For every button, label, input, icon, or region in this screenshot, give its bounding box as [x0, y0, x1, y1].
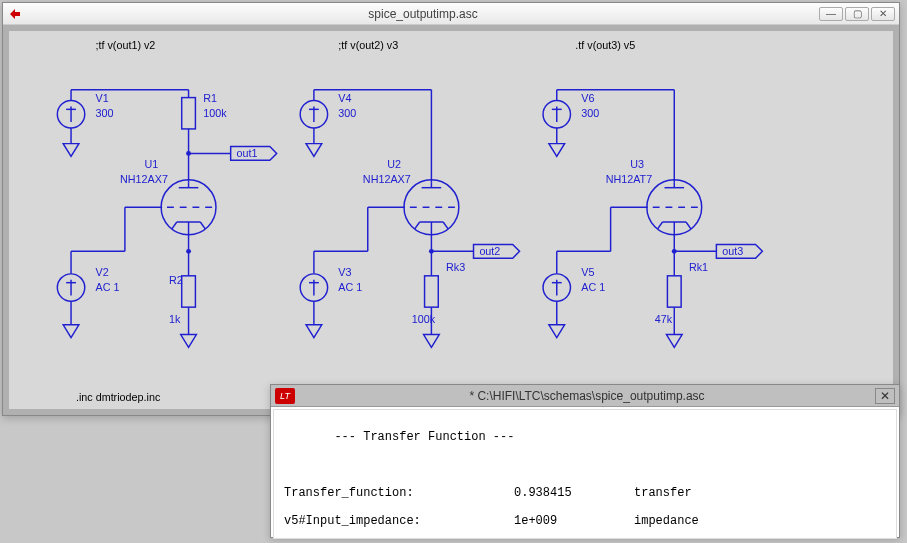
- svg-rect-7: [182, 98, 196, 129]
- output-row: Transfer_function:0.938415transfer: [284, 486, 886, 500]
- svg-text:Rk1: Rk1: [689, 261, 708, 273]
- label-R2-val: 1k: [169, 313, 181, 325]
- ltspice-icon: [7, 6, 23, 22]
- component-U3[interactable]: U3 NH12AT7: [606, 158, 702, 251]
- component-U2[interactable]: U2 NH12AX7: [363, 158, 459, 251]
- svg-rect-94: [667, 276, 681, 307]
- label-U1-ref: U1: [144, 158, 158, 170]
- ltspice-logo-icon: LT: [275, 388, 295, 404]
- svg-text:out2: out2: [479, 245, 500, 257]
- close-button[interactable]: ✕: [871, 7, 895, 21]
- svg-text:Rk3: Rk3: [446, 261, 465, 273]
- svg-text:NH12AT7: NH12AT7: [606, 173, 652, 185]
- svg-text:V4: V4: [338, 92, 351, 104]
- component-V1[interactable]: V1 300: [57, 90, 113, 144]
- svg-text:47k: 47k: [655, 313, 673, 325]
- component-Rk1[interactable]: Rk1 47k: [655, 251, 708, 334]
- ground-icon: [666, 335, 682, 348]
- netlabel-out2[interactable]: out2: [474, 244, 520, 258]
- directive-2[interactable]: ;tf v(out2) v3: [338, 39, 398, 51]
- label-R1-ref: R1: [203, 92, 217, 104]
- label-V1-val: 300: [96, 107, 114, 119]
- svg-text:AC 1: AC 1: [338, 281, 362, 293]
- ground-icon: [63, 325, 79, 338]
- ground-icon: [306, 144, 322, 157]
- label-R1-val: 100k: [203, 107, 227, 119]
- stage-3: V6 300 U3 NH12A: [543, 90, 762, 348]
- output-log[interactable]: --- Transfer Function --- Transfer_funct…: [273, 409, 897, 539]
- ground-icon: [306, 325, 322, 338]
- svg-rect-57: [425, 276, 439, 307]
- component-U1[interactable]: U1 NH12AX7: [120, 153, 216, 251]
- netlabel-out3[interactable]: out3: [716, 244, 762, 258]
- close-button[interactable]: ✕: [875, 388, 895, 404]
- component-Rk3[interactable]: Rk3 100k: [412, 251, 465, 334]
- output-window: LT * C:\HIFI\LTC\schemas\spice_outputimp…: [270, 384, 900, 538]
- ground-icon: [63, 144, 79, 157]
- output-header: --- Transfer Function ---: [284, 430, 886, 444]
- minimize-button[interactable]: —: [819, 7, 843, 21]
- svg-text:out3: out3: [722, 245, 743, 257]
- svg-text:100k: 100k: [412, 313, 436, 325]
- output-row: v5#Input_impedance:1e+009impedance: [284, 514, 886, 528]
- directive-1[interactable]: ;tf v(out1) v2: [96, 39, 156, 51]
- svg-text:300: 300: [338, 107, 356, 119]
- netlabel-out1[interactable]: out1: [231, 147, 277, 161]
- svg-text:AC 1: AC 1: [581, 281, 605, 293]
- directive-inc[interactable]: .inc dmtriodep.inc: [76, 391, 161, 403]
- ground-icon: [549, 325, 565, 338]
- component-R1[interactable]: R1 100k: [182, 90, 228, 154]
- ground-icon: [549, 144, 565, 157]
- svg-text:out1: out1: [237, 147, 258, 159]
- svg-text:U3: U3: [630, 158, 644, 170]
- svg-text:300: 300: [581, 107, 599, 119]
- component-R2[interactable]: R2 1k: [169, 251, 195, 334]
- svg-rect-24: [182, 276, 196, 307]
- svg-text:U2: U2: [387, 158, 401, 170]
- svg-text:NH12AX7: NH12AX7: [363, 173, 411, 185]
- component-V4[interactable]: V4 300: [300, 90, 356, 144]
- component-V2[interactable]: V2 AC 1: [57, 251, 119, 324]
- stage-1: V1 300 R1 100k: [57, 90, 276, 348]
- label-V2-ref: V2: [96, 266, 109, 278]
- directive-3[interactable]: .tf v(out3) v5: [575, 39, 635, 51]
- output-titlebar[interactable]: LT * C:\HIFI\LTC\schemas\spice_outputimp…: [271, 385, 899, 407]
- component-V3[interactable]: V3 AC 1: [300, 251, 362, 324]
- component-V6[interactable]: V6 300: [543, 90, 599, 144]
- stage-2: V4 300: [300, 90, 519, 348]
- schematic-titlebar[interactable]: spice_outputimp.asc — ▢ ✕: [3, 3, 899, 25]
- schematic-window: spice_outputimp.asc — ▢ ✕ ;tf v(out1) v2…: [2, 2, 900, 416]
- component-V5[interactable]: V5 AC 1: [543, 251, 605, 324]
- svg-text:V3: V3: [338, 266, 351, 278]
- label-U1-model: NH12AX7: [120, 173, 168, 185]
- svg-text:V5: V5: [581, 266, 594, 278]
- label-V2-val: AC 1: [96, 281, 120, 293]
- maximize-button[interactable]: ▢: [845, 7, 869, 21]
- output-title: * C:\HIFI\LTC\schemas\spice_outputimp.as…: [299, 389, 875, 403]
- label-V1-ref: V1: [96, 92, 109, 104]
- ground-icon: [424, 335, 440, 348]
- schematic-canvas[interactable]: ;tf v(out1) v2 ;tf v(out2) v3 .tf v(out3…: [3, 25, 899, 415]
- svg-text:V6: V6: [581, 92, 594, 104]
- ground-icon: [181, 335, 197, 348]
- label-R2-ref: R2: [169, 274, 183, 286]
- schematic-title: spice_outputimp.asc: [27, 7, 819, 21]
